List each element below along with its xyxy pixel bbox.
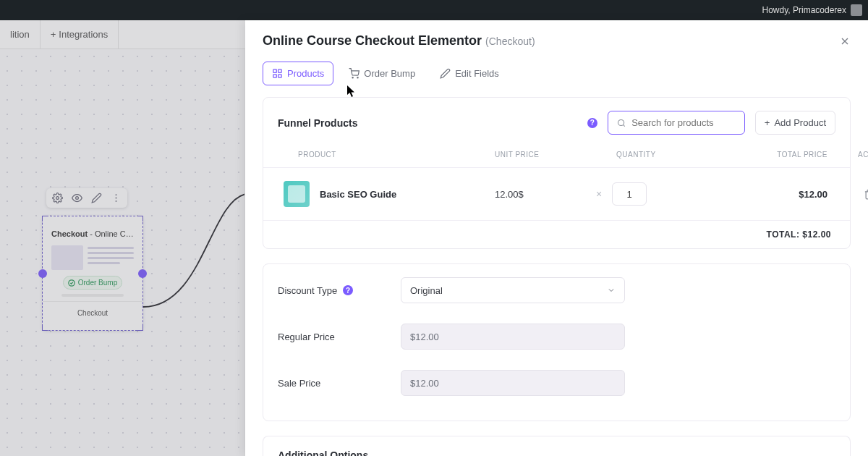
search-input[interactable]	[631, 117, 736, 128]
pencil-icon[interactable]	[91, 193, 102, 203]
regular-price-field	[401, 324, 625, 350]
add-product-button[interactable]: + Add Product	[755, 111, 835, 135]
svg-rect-9	[278, 75, 281, 77]
svg-point-3	[116, 198, 117, 199]
additional-options-title: Additional Options	[263, 436, 850, 456]
node-port-out[interactable]	[138, 269, 147, 278]
funnel-products-card: Funnel Products ? + Add Product PRODUCT	[263, 97, 851, 249]
total-row: TOTAL: $12.00	[263, 220, 850, 248]
remove-qty-icon[interactable]: ×	[596, 188, 602, 200]
checkout-node[interactable]: Checkout - Online Course ... Order Bump …	[42, 216, 143, 331]
greeting-text: Howdy, Primacoderex	[762, 5, 846, 15]
svg-rect-8	[273, 75, 276, 77]
additional-options-card: Additional Options	[263, 436, 851, 456]
cart-icon	[349, 68, 359, 79]
svg-point-11	[357, 77, 358, 78]
panel-title: Online Course Checkout Elementor (Checko…	[263, 33, 535, 48]
trash-icon[interactable]	[864, 189, 868, 200]
regular-price-label: Regular Price	[278, 332, 401, 342]
products-table-header: PRODUCT UNIT PRICE QUANTITY TOTAL PRICE …	[263, 142, 850, 167]
tab-edit-fields[interactable]: Edit Fields	[430, 62, 509, 85]
chevron-down-icon	[607, 286, 616, 295]
svg-rect-7	[278, 69, 281, 72]
settings-panel: Online Course Checkout Elementor (Checko…	[245, 20, 868, 456]
tab-products[interactable]: Products	[263, 62, 333, 85]
funnel-products-title: Funnel Products	[278, 117, 357, 129]
pricing-card: Discount Type ? Original Regular Price	[263, 263, 851, 421]
plus-icon: +	[51, 29, 56, 40]
svg-point-1	[76, 197, 79, 200]
avatar-icon	[851, 4, 862, 16]
row-total-price: $12.00	[719, 189, 827, 200]
top-tab-integrations[interactable]: + Integrations	[41, 20, 119, 48]
node-thumbnail	[51, 245, 134, 270]
search-icon	[617, 118, 626, 128]
svg-point-4	[116, 200, 117, 202]
sale-price-field	[401, 370, 625, 396]
top-tab-partial[interactable]: lition	[0, 20, 41, 48]
product-thumbnail	[284, 181, 310, 207]
order-bump-chip[interactable]: Order Bump	[63, 276, 122, 290]
panel-tabs: Products Order Bump Edit Fields	[245, 59, 868, 97]
gear-icon[interactable]	[52, 193, 63, 203]
close-icon[interactable]	[839, 35, 851, 47]
product-name: Basic SEO Guide	[320, 189, 396, 200]
admin-bar: Howdy, Primacoderex	[0, 0, 868, 20]
svg-rect-6	[273, 69, 276, 72]
mouse-cursor-icon	[346, 85, 357, 98]
eye-icon[interactable]	[72, 193, 82, 203]
plus-icon: +	[765, 117, 770, 128]
check-circle-icon	[68, 279, 75, 287]
discount-type-select[interactable]: Original	[401, 277, 625, 303]
svg-point-2	[116, 194, 117, 195]
funnel-canvas[interactable]: Checkout - Online Course ... Order Bump …	[0, 49, 244, 456]
svg-point-10	[352, 77, 353, 78]
more-icon[interactable]	[111, 193, 122, 203]
unit-price: 12.00$	[495, 189, 596, 200]
help-icon[interactable]: ?	[587, 118, 597, 128]
sale-price-label: Sale Price	[278, 378, 401, 389]
node-checkout-button[interactable]: Checkout	[51, 305, 134, 321]
help-icon[interactable]: ?	[343, 285, 353, 295]
admin-greeting[interactable]: Howdy, Primacoderex	[762, 4, 862, 16]
svg-point-12	[618, 119, 624, 125]
node-toolbar	[46, 188, 127, 208]
grid-icon	[272, 68, 283, 79]
product-search[interactable]	[608, 111, 745, 135]
table-row: Basic SEO Guide 12.00$ × $12.00	[263, 167, 850, 220]
pencil-icon	[440, 68, 451, 79]
quantity-input[interactable]	[612, 182, 647, 206]
tab-order-bump[interactable]: Order Bump	[339, 62, 425, 85]
discount-type-label: Discount Type ?	[278, 285, 401, 296]
node-port-in[interactable]	[38, 269, 47, 278]
node-title: Checkout - Online Course ...	[51, 229, 134, 238]
svg-point-0	[56, 197, 59, 200]
